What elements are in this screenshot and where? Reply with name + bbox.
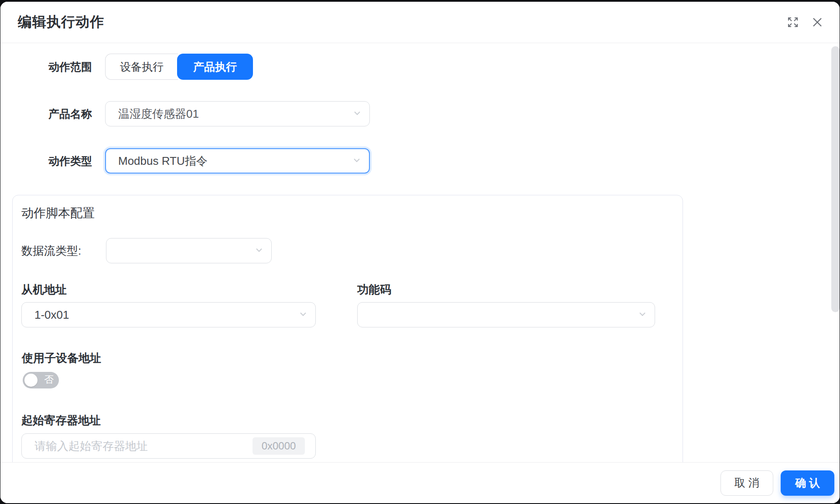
- product-name-row: 产品名称 温湿度传感器01: [48, 101, 370, 126]
- action-scope-row: 动作范围 设备执行 产品执行: [48, 54, 253, 80]
- slave-address-label: 从机地址: [21, 282, 67, 297]
- slave-address-select[interactable]: 1-0x01: [21, 302, 316, 327]
- toggle-state-label: 否: [44, 373, 54, 386]
- card-title: 动作脚本配置: [21, 205, 95, 221]
- hex-format-hint-badge: 0x0000: [253, 437, 305, 455]
- dialog-header: 编辑执行动作: [0, 2, 840, 43]
- start-register-label: 起始寄存器地址: [21, 412, 101, 428]
- use-sub-device-label: 使用子设备地址: [22, 350, 101, 366]
- product-name-select[interactable]: 温湿度传感器01: [105, 101, 370, 126]
- dialog-body: 动作范围 设备执行 产品执行 产品名称 温湿度传感器01 动作类型 Mo: [0, 44, 840, 462]
- product-name-value: 温湿度传感器01: [118, 106, 199, 122]
- toggle-knob: [24, 374, 38, 387]
- action-scope-segmented-control: 设备执行 产品执行: [105, 54, 253, 80]
- cancel-button[interactable]: 取 消: [720, 470, 773, 496]
- action-type-select[interactable]: Modbus RTU指令: [105, 148, 370, 174]
- action-type-row: 动作类型 Modbus RTU指令: [48, 148, 370, 174]
- action-type-label: 动作类型: [48, 154, 105, 168]
- close-icon[interactable]: [811, 16, 824, 29]
- use-sub-device-toggle[interactable]: 否: [23, 372, 59, 388]
- dialog-footer: 取 消 确 认: [0, 462, 840, 503]
- chevron-down-icon: [638, 308, 647, 322]
- start-register-input[interactable]: [34, 439, 246, 453]
- vertical-scrollbar-thumb[interactable]: [831, 46, 840, 312]
- edit-action-dialog: 编辑执行动作 动作范围 设备执行 产品执行: [0, 2, 840, 503]
- action-type-value: Modbus RTU指令: [118, 153, 208, 169]
- tab-device-execute[interactable]: 设备执行: [105, 54, 178, 80]
- product-name-label: 产品名称: [48, 107, 105, 121]
- action-scope-label: 动作范围: [48, 60, 105, 74]
- confirm-button[interactable]: 确 认: [781, 470, 834, 496]
- chevron-down-icon: [352, 154, 361, 168]
- dialog-title: 编辑执行动作: [18, 13, 786, 32]
- chevron-down-icon: [353, 107, 362, 121]
- stream-type-select[interactable]: [106, 238, 272, 263]
- function-code-select[interactable]: [357, 302, 655, 327]
- tab-product-execute[interactable]: 产品执行: [177, 54, 253, 80]
- header-actions: [786, 16, 824, 29]
- chevron-down-icon: [255, 244, 263, 258]
- action-script-config-card: 动作脚本配置 数据流类型: 从机地址 功能码 1-0x01: [12, 195, 683, 462]
- function-code-label: 功能码: [357, 282, 391, 297]
- stream-type-label: 数据流类型:: [21, 238, 81, 263]
- chevron-down-icon: [299, 308, 307, 322]
- start-register-field: 0x0000: [21, 433, 316, 459]
- slave-address-value: 1-0x01: [34, 308, 69, 322]
- fullscreen-expand-icon[interactable]: [786, 16, 799, 29]
